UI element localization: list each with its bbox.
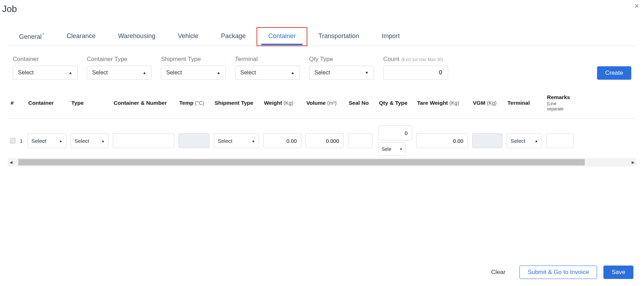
row-seal-no-input[interactable] xyxy=(348,133,373,148)
col-unit: (m³) xyxy=(327,100,337,106)
col-container: Container xyxy=(25,97,68,109)
col-unit: (Kg) xyxy=(450,100,459,106)
container-number-field[interactable] xyxy=(117,138,170,144)
caret-up-icon: ▲ xyxy=(535,139,538,143)
save-button[interactable]: Save xyxy=(603,266,633,279)
filter-shipment-type-select[interactable]: Select ▲ xyxy=(161,66,226,80)
temp-field xyxy=(182,138,206,144)
tab-general[interactable]: General* xyxy=(8,28,55,46)
col-temp: Temp (°C) xyxy=(176,97,212,109)
row-vgm-input xyxy=(472,133,502,148)
page-title: Job xyxy=(2,4,17,14)
row-volume-input[interactable] xyxy=(306,133,344,148)
col-unit: (Kg) xyxy=(487,100,496,106)
row-qty-type-select[interactable]: Sele ▼ xyxy=(378,142,406,156)
required-asterisk: * xyxy=(42,32,44,37)
tab-label: Import xyxy=(382,32,400,39)
tab-warehousing[interactable]: Warehousing xyxy=(107,28,167,46)
caret-up-icon: ▲ xyxy=(252,139,255,143)
col-label: Volume xyxy=(306,100,326,106)
row-terminal-select[interactable]: Select ▲ xyxy=(507,133,542,148)
row-type-select[interactable]: Select ▲ xyxy=(71,133,109,148)
col-label: Weight xyxy=(264,100,282,106)
scrollbar-thumb[interactable] xyxy=(18,159,585,165)
scroll-right-icon[interactable]: ▶ xyxy=(630,160,636,165)
create-button[interactable]: Create xyxy=(597,66,631,80)
filter-label-count: Count (Excl 1st row, Max 30) xyxy=(383,56,448,63)
scrollbar-track[interactable] xyxy=(14,158,630,166)
clear-button[interactable]: Clear xyxy=(483,266,513,279)
row-qty-input[interactable] xyxy=(378,126,412,140)
tare-weight-field[interactable] xyxy=(420,138,464,144)
select-value: Select xyxy=(18,69,34,76)
row-remarks-input[interactable] xyxy=(546,133,574,148)
col-weight: Weight (Kg) xyxy=(261,97,303,109)
filter-terminal-select[interactable]: Select ▲ xyxy=(235,66,300,80)
filter-label-shipment-type: Shipment Type xyxy=(161,56,226,63)
caret-up-icon: ▲ xyxy=(59,139,62,143)
col-container-number: Container & Number xyxy=(111,97,176,109)
tab-container[interactable]: Container xyxy=(257,28,307,46)
select-value: Select xyxy=(218,138,233,144)
tab-clearance[interactable]: Clearance xyxy=(55,28,107,46)
remarks-field[interactable] xyxy=(550,138,570,144)
row-tare-weight-input[interactable] xyxy=(416,133,468,148)
tab-transportation[interactable]: Transportation xyxy=(307,28,370,46)
filter-row: Container Select ▲ Container Type Select… xyxy=(13,56,631,80)
filter-container-select[interactable]: Select ▲ xyxy=(13,66,78,80)
filter-label-terminal: Terminal xyxy=(235,56,300,63)
tab-package[interactable]: Package xyxy=(210,28,257,46)
col-label: Temp xyxy=(179,100,193,106)
select-value: Select xyxy=(166,69,182,76)
caret-down-icon: ▼ xyxy=(399,147,403,151)
col-label: VGM xyxy=(473,100,485,106)
footer-actions: Clear Submit & Go to Invoice Save xyxy=(483,266,633,279)
select-value: Select xyxy=(511,138,525,144)
filter-count-input[interactable] xyxy=(383,66,448,80)
label-text: Count xyxy=(383,56,399,63)
tab-label: Package xyxy=(221,32,246,39)
tab-vehicle[interactable]: Vehicle xyxy=(167,28,210,46)
label-hint: (Excl 1st row, Max 30) xyxy=(401,57,443,62)
col-label: Tare Weight xyxy=(417,100,448,106)
col-idx: # xyxy=(8,97,25,109)
select-value: Select xyxy=(314,69,330,76)
col-label: Remarks xyxy=(547,94,570,100)
count-input-field[interactable] xyxy=(389,69,443,76)
col-unit: (°C) xyxy=(195,100,204,106)
tab-label: Container xyxy=(268,32,296,39)
close-icon[interactable]: × xyxy=(634,2,639,10)
col-vgm: VGM (Kg) xyxy=(470,97,505,109)
col-qty-type: Qty & Type xyxy=(376,97,414,109)
col-terminal: Terminal xyxy=(505,97,544,109)
caret-up-icon: ▲ xyxy=(217,71,221,75)
volume-field[interactable] xyxy=(309,138,340,144)
col-unit: (Kg) xyxy=(284,100,293,106)
tab-label: General xyxy=(19,33,42,40)
col-type: Type xyxy=(68,97,111,109)
seal-no-field[interactable] xyxy=(352,138,369,144)
scroll-left-icon[interactable]: ◀ xyxy=(8,160,14,165)
weight-field[interactable] xyxy=(267,138,297,144)
row-weight-input[interactable] xyxy=(263,133,301,148)
submit-go-to-invoice-button[interactable]: Submit & Go to Invoice xyxy=(519,266,597,279)
filter-label-container: Container xyxy=(13,56,78,63)
row-container-select[interactable]: Select ▲ xyxy=(28,133,66,148)
tab-label: Vehicle xyxy=(178,32,198,39)
row-index: 1 xyxy=(20,138,23,144)
filter-qty-type-select[interactable]: Select ▼ xyxy=(309,66,374,80)
filter-container-type-select[interactable]: Select ▲ xyxy=(87,66,152,80)
tab-import[interactable]: Import xyxy=(371,28,411,46)
vgm-field xyxy=(476,138,499,144)
caret-up-icon: ▲ xyxy=(291,71,295,75)
row-shipment-type-select[interactable]: Select ▲ xyxy=(214,133,259,148)
row-checkbox[interactable] xyxy=(10,138,16,144)
col-sub: (Line separate xyxy=(547,101,573,112)
horizontal-scrollbar[interactable]: ◀ ▶ xyxy=(8,158,636,166)
qty-field[interactable] xyxy=(382,130,408,136)
caret-up-icon: ▲ xyxy=(101,139,105,143)
filter-label-container-type: Container Type xyxy=(87,56,152,63)
row-container-number-input[interactable] xyxy=(113,133,174,148)
select-value: Sele xyxy=(381,146,391,152)
caret-up-icon: ▲ xyxy=(143,71,146,75)
